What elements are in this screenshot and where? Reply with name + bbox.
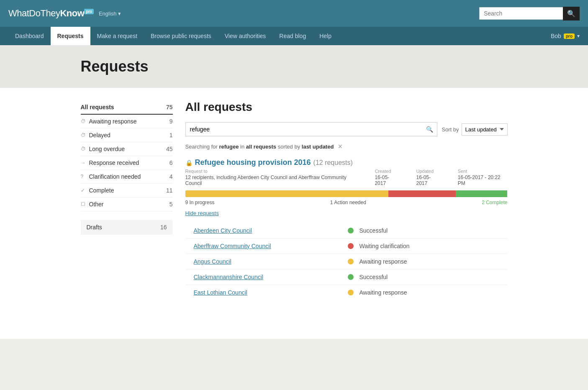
- authority-link-aberffraw[interactable]: Aberffraw Community Council: [185, 243, 342, 249]
- content-search-wrap: 🔍: [185, 122, 438, 136]
- meta-request-to-label: Request to: [185, 169, 358, 174]
- logo-light: WhatDoThey: [8, 8, 60, 18]
- sidebar-item-all-requests[interactable]: All requests 75: [81, 100, 173, 115]
- status-dot-east-lothian: [348, 290, 354, 295]
- main-container: All requests 75 ⏱ Awaiting response 9 ⏱ …: [64, 88, 524, 339]
- sidebar-item-delayed[interactable]: ⏱ Delayed 1: [81, 128, 173, 142]
- user-menu-caret[interactable]: ▾: [577, 33, 580, 39]
- status-text-angus: Awaiting response: [359, 258, 508, 265]
- sidebar-response-label: Response received: [89, 159, 139, 166]
- action-needed-label: 1 Action needed: [330, 200, 366, 205]
- meta-sent-label: Sent: [458, 169, 508, 174]
- sidebar-drafts-label: Drafts: [87, 224, 102, 231]
- authority-link-angus[interactable]: Angus Council: [185, 258, 342, 265]
- nav-help[interactable]: Help: [313, 27, 338, 45]
- nav-read-blog[interactable]: Read blog: [272, 27, 313, 45]
- sidebar-clarification-label: Clarification needed: [89, 173, 141, 180]
- nav-make-request[interactable]: Make a request: [90, 27, 144, 45]
- awaiting-icon: ⏱: [81, 118, 87, 124]
- meta-created-label: Created: [375, 169, 399, 174]
- list-item: Aberffraw Community Council Waiting clar…: [185, 239, 508, 254]
- meta-request-to-value: 12 recipients, including Aberdeen City C…: [185, 174, 347, 186]
- nav-requests[interactable]: Requests: [51, 27, 90, 45]
- header-search: 🔍: [479, 7, 580, 21]
- filter-term: refugee: [219, 144, 239, 150]
- sidebar-item-long-overdue[interactable]: ⏱ Long overdue 45: [81, 142, 173, 156]
- complete-icon: ✓: [81, 187, 87, 193]
- nav-dashboard[interactable]: Dashboard: [8, 27, 51, 45]
- sidebar-response-count: 6: [169, 159, 173, 166]
- meta-sent: Sent 16-05-2017 - 20:22 PM: [458, 169, 508, 186]
- status-dot-aberdeen: [348, 228, 354, 233]
- lock-icon: 🔒: [185, 159, 193, 166]
- sort-label: Sort by: [442, 126, 459, 133]
- status-dot-clackmannanshire: [348, 274, 354, 280]
- nav-pro-badge: pro: [564, 33, 575, 39]
- list-item: Aberdeen City Council Successful: [185, 223, 508, 239]
- nav-browse-public[interactable]: Browse public requests: [144, 27, 218, 45]
- content-search-row: 🔍 Sort by Last updated: [185, 122, 508, 136]
- content-area: All requests 🔍 Sort by Last updated: [185, 100, 508, 326]
- status-dot-aberffraw: [348, 243, 354, 249]
- nav-bar: Dashboard Requests Make a request Browse…: [0, 27, 588, 45]
- progress-bar-red: [388, 190, 456, 197]
- sort-row: Sort by Last updated: [442, 123, 507, 136]
- progress-bar-green: [456, 190, 507, 197]
- hide-requests-link[interactable]: Hide requests: [185, 210, 219, 216]
- logo-pro-badge: pro: [84, 9, 94, 14]
- sidebar-delayed-count: 1: [169, 132, 173, 139]
- sidebar-overdue-count: 45: [166, 146, 173, 152]
- sort-select[interactable]: Last updated: [462, 123, 508, 136]
- nav-username: Bob: [551, 33, 561, 39]
- list-item: Clackmannanshire Council Successful: [185, 269, 508, 285]
- logo[interactable]: WhatDoTheyKnowpro: [8, 8, 94, 19]
- other-icon: ☐: [81, 201, 87, 207]
- meta-created-value: 16-05-2017: [375, 174, 389, 186]
- content-search-icon: 🔍: [426, 126, 433, 133]
- sidebar-item-awaiting-response[interactable]: ⏱ Awaiting response 9: [81, 115, 173, 128]
- sidebar-all-label: All requests: [81, 104, 114, 110]
- filter-text: Searching for refugee in all requests so…: [185, 143, 508, 150]
- meta-sent-value: 16-05-2017 - 20:22 PM: [458, 174, 501, 186]
- sidebar-other-label: Other: [89, 201, 104, 208]
- request-group-count: (12 requests): [313, 159, 353, 167]
- sidebar-delayed-label: Delayed: [89, 132, 110, 139]
- sidebar-item-complete[interactable]: ✓ Complete 11: [81, 184, 173, 198]
- search-button[interactable]: 🔍: [563, 7, 580, 21]
- page-title: Requests: [64, 58, 524, 75]
- authority-link-aberdeen[interactable]: Aberdeen City Council: [185, 227, 342, 234]
- content-search-input[interactable]: [185, 122, 438, 136]
- meta-updated-value: 16-05-2017: [416, 174, 431, 186]
- sidebar-all-count: 75: [166, 104, 173, 110]
- sidebar-item-other[interactable]: ☐ Other 5: [81, 198, 173, 211]
- filter-clear-button[interactable]: ✕: [338, 143, 343, 150]
- meta-request-to: Request to 12 recipients, including Aber…: [185, 169, 358, 186]
- request-group-link[interactable]: Refugee housing provision 2016: [195, 158, 311, 167]
- request-group-title: 🔒 Refugee housing provision 2016 (12 req…: [185, 158, 508, 167]
- sidebar-awaiting-count: 9: [169, 118, 173, 125]
- logo-bold: Know: [60, 8, 84, 18]
- search-input[interactable]: [479, 7, 563, 20]
- request-group: 🔒 Refugee housing provision 2016 (12 req…: [185, 158, 508, 300]
- list-item: Angus Council Awaiting response: [185, 254, 508, 269]
- status-dot-angus: [348, 259, 354, 264]
- sidebar-item-drafts[interactable]: Drafts 16: [81, 220, 173, 235]
- authority-link-east-lothian[interactable]: East Lothian Council: [185, 289, 342, 296]
- sidebar-complete-label: Complete: [89, 187, 114, 194]
- sidebar-item-response-received[interactable]: → Response received 6: [81, 156, 173, 170]
- progress-bar-yellow: [185, 190, 388, 197]
- status-text-aberffraw: Waiting clarification: [359, 243, 508, 249]
- nav-user-area: Bob pro ▾: [551, 33, 580, 39]
- filter-sort-val: last updated: [302, 144, 334, 150]
- language-selector[interactable]: English ▾: [99, 10, 121, 17]
- nav-view-authorities[interactable]: View authorities: [218, 27, 273, 45]
- delayed-icon: ⏱: [81, 132, 87, 138]
- content-title: All requests: [185, 100, 508, 114]
- complete-label: 2 Complete: [482, 200, 507, 205]
- clarification-icon: ?: [81, 174, 87, 180]
- sidebar-item-clarification-needed[interactable]: ? Clarification needed 4: [81, 170, 173, 184]
- authority-link-clackmannanshire[interactable]: Clackmannanshire Council: [185, 274, 342, 280]
- authority-list: Aberdeen City Council Successful Aberffr…: [185, 223, 508, 300]
- page-header: Requests: [0, 45, 588, 88]
- meta-updated: Updated 16-05-2017: [416, 169, 441, 186]
